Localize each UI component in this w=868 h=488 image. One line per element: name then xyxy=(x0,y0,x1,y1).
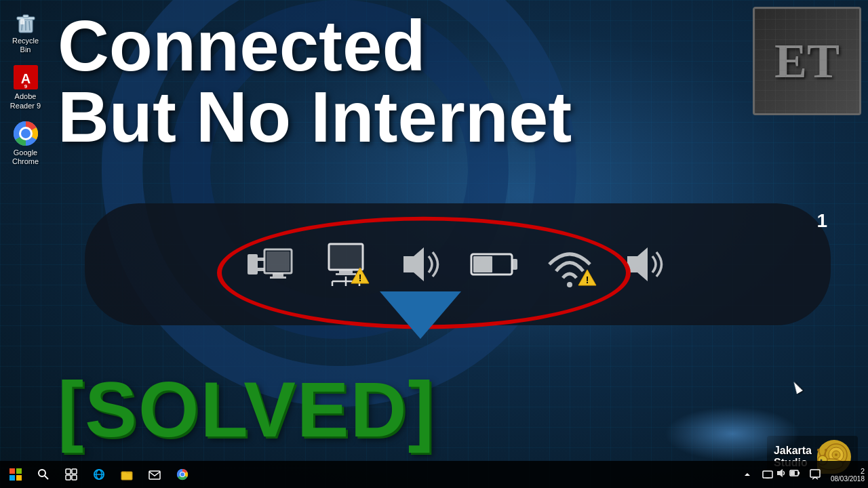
taskbar-network-icon xyxy=(762,468,773,481)
svg-marker-38 xyxy=(627,247,648,281)
network-warning-icon-wrapper: ! xyxy=(319,237,373,291)
svg-rect-19 xyxy=(267,251,290,271)
wifi-warning-badge: ! xyxy=(578,268,597,290)
action-center-button[interactable] xyxy=(803,462,827,487)
svg-point-48 xyxy=(825,449,827,451)
svg-rect-18 xyxy=(270,277,286,279)
windows-taskbar: 2 08/03/2018 xyxy=(0,461,868,488)
svg-rect-13 xyxy=(248,254,258,274)
blue-arrow-indicator xyxy=(380,291,461,339)
svg-rect-51 xyxy=(16,468,22,474)
svg-marker-72 xyxy=(777,469,783,477)
adobe-reader-label: Adobe Reader 9 xyxy=(6,92,45,110)
svg-rect-57 xyxy=(72,469,77,474)
adobe-reader-image: A 9 xyxy=(14,65,38,89)
show-hidden-icons-button[interactable] xyxy=(735,462,760,487)
svg-text:9: 9 xyxy=(24,83,27,89)
svg-rect-74 xyxy=(798,472,800,474)
badge-number: 1 xyxy=(816,210,827,232)
main-title-area: Connected But No Internet xyxy=(58,10,732,152)
start-button[interactable] xyxy=(3,462,28,487)
svg-line-5 xyxy=(29,21,30,30)
svg-point-42 xyxy=(835,453,837,456)
svg-marker-68 xyxy=(745,473,750,476)
svg-rect-64 xyxy=(149,471,160,479)
notification-area xyxy=(735,462,827,487)
svg-point-67 xyxy=(180,472,184,476)
svg-rect-76 xyxy=(810,470,820,477)
desktop-icons-area: Recycle Bin A 9 Adobe Reader 9 xyxy=(0,0,51,176)
task-view-button[interactable] xyxy=(59,462,83,487)
svg-point-12 xyxy=(21,129,31,138)
ie-taskbar-button[interactable] xyxy=(87,462,111,487)
recycle-bin-image xyxy=(14,9,38,34)
taskbar-time-date: 2 08/03/2018 xyxy=(831,467,865,483)
google-chrome-icon[interactable]: Google Chrome xyxy=(3,119,47,169)
svg-rect-50 xyxy=(9,468,15,474)
recycle-bin-label: Recycle Bin xyxy=(6,37,45,54)
svg-point-54 xyxy=(39,470,45,476)
svg-rect-58 xyxy=(66,475,71,480)
taskbar-time-display: 2 xyxy=(831,467,865,475)
svg-rect-2 xyxy=(23,15,28,18)
svg-rect-33 xyxy=(512,259,517,270)
svg-text:!: ! xyxy=(586,274,589,285)
title-connected: Connected xyxy=(58,10,732,81)
battery-icon xyxy=(468,237,522,291)
explorer-taskbar-button[interactable] xyxy=(115,462,139,487)
svg-rect-71 xyxy=(765,479,770,479)
svg-marker-31 xyxy=(403,247,424,281)
title-but-no-internet: But No Internet xyxy=(58,81,732,152)
svg-line-45 xyxy=(818,451,821,456)
recycle-bin-icon[interactable]: Recycle Bin xyxy=(3,7,47,57)
svg-rect-75 xyxy=(791,471,795,475)
volume2-icon xyxy=(617,237,671,291)
svg-point-47 xyxy=(817,449,820,451)
svg-rect-52 xyxy=(9,475,15,481)
chrome-image xyxy=(14,121,38,146)
svg-rect-59 xyxy=(72,475,77,480)
svg-line-55 xyxy=(45,476,48,479)
taskbar-battery-icon xyxy=(789,468,800,481)
taskbar-volume-icon xyxy=(776,468,787,481)
taskbar-date-display: 08/03/2018 xyxy=(831,475,865,483)
svg-rect-53 xyxy=(16,475,22,481)
svg-text:!: ! xyxy=(359,272,362,283)
chrome-taskbar-button[interactable] xyxy=(170,462,195,487)
svg-rect-34 xyxy=(473,256,492,272)
solved-text: [SOLVED] xyxy=(58,365,435,454)
network-warning-badge: ! xyxy=(351,266,370,288)
jakarta-text: Jakarta xyxy=(774,445,812,457)
mail-taskbar-button[interactable] xyxy=(142,462,167,487)
wifi-warning-icon-wrapper: ! xyxy=(542,237,597,291)
chrome-label: Google Chrome xyxy=(6,148,45,166)
volume-icon xyxy=(393,237,448,291)
et-logo: ET xyxy=(753,7,861,115)
svg-point-35 xyxy=(567,282,572,287)
et-logo-circuit-bg xyxy=(755,9,859,113)
adobe-reader-icon[interactable]: A 9 Adobe Reader 9 xyxy=(3,62,47,113)
svg-rect-17 xyxy=(273,273,283,277)
power-monitor-icon xyxy=(244,237,298,291)
svg-rect-56 xyxy=(66,469,71,474)
svg-rect-69 xyxy=(763,471,772,478)
search-button[interactable] xyxy=(31,462,56,487)
adobe-icon-box: A 9 xyxy=(14,65,38,89)
title-but-no-text: But No Internet xyxy=(58,77,572,157)
svg-rect-6 xyxy=(20,19,24,24)
